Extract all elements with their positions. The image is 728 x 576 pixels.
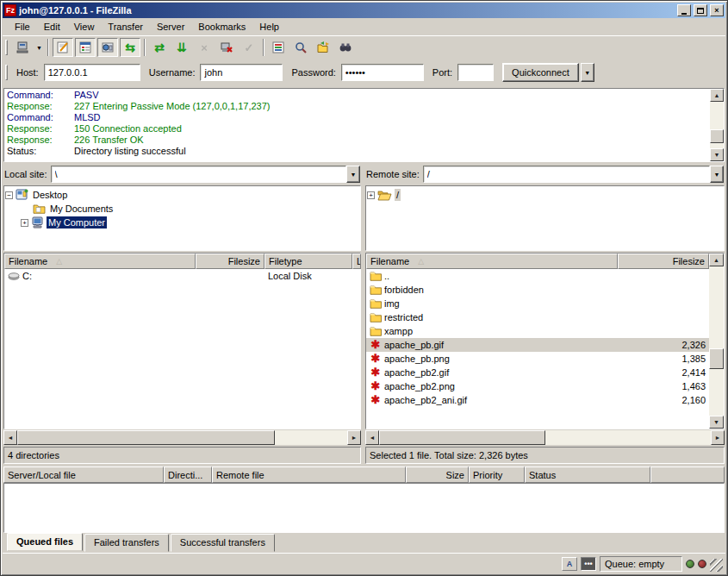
column-header-remote-file[interactable]: Remote file bbox=[212, 466, 406, 483]
remote-file-row[interactable]: restricted bbox=[366, 310, 709, 324]
tree-item-my-documents[interactable]: My Documents bbox=[5, 202, 359, 216]
remote-file-row[interactable]: img bbox=[366, 297, 709, 310]
resize-grip[interactable] bbox=[710, 559, 723, 572]
scroll-down-button[interactable]: ▼ bbox=[710, 148, 724, 161]
local-site-dropdown[interactable]: ▼ bbox=[346, 166, 360, 183]
column-header-filesize[interactable]: Filesize bbox=[196, 254, 264, 269]
toggle-message-log-button[interactable] bbox=[53, 38, 73, 57]
scroll-thumb[interactable] bbox=[709, 348, 724, 369]
column-header-filetype[interactable]: Filetype bbox=[264, 254, 352, 269]
remote-vertical-scrollbar[interactable]: ▲ ▼ bbox=[709, 254, 724, 429]
scroll-track[interactable] bbox=[379, 430, 711, 445]
column-header-priority[interactable]: Priority bbox=[469, 466, 525, 483]
tab-failed-transfers[interactable]: Failed transfers bbox=[84, 534, 169, 552]
filter-button[interactable] bbox=[268, 38, 289, 57]
tree-item-desktop[interactable]: − Desktop bbox=[5, 188, 359, 202]
directory-comparison-button[interactable] bbox=[290, 38, 311, 57]
menu-transfer[interactable]: Transfer bbox=[101, 19, 150, 34]
menu-server[interactable]: Server bbox=[150, 19, 191, 34]
remote-file-row-selected[interactable]: ✱apache_pb.gif 2,326 bbox=[366, 338, 709, 352]
remote-file-row[interactable]: forbidden bbox=[366, 283, 709, 297]
scroll-down-button[interactable]: ▼ bbox=[709, 416, 724, 429]
transfer-type-icon[interactable]: A bbox=[562, 557, 577, 571]
local-site-combo[interactable]: ▼ bbox=[51, 166, 360, 183]
remote-file-row[interactable]: ✱apache_pb.png 1,385 bbox=[366, 352, 709, 366]
remote-file-row[interactable]: ✱apache_pb2_ani.gif 2,160 bbox=[366, 393, 709, 407]
scroll-up-button[interactable]: ▲ bbox=[709, 254, 724, 266]
tab-successful-transfers[interactable]: Successful transfers bbox=[171, 534, 275, 552]
menu-help[interactable]: Help bbox=[252, 19, 286, 34]
scroll-left-button[interactable]: ◄ bbox=[365, 430, 379, 445]
scroll-up-button[interactable]: ▲ bbox=[710, 89, 724, 102]
quickconnect-grip[interactable] bbox=[5, 65, 8, 80]
scroll-right-button[interactable]: ► bbox=[347, 430, 361, 445]
menu-edit[interactable]: Edit bbox=[37, 19, 67, 34]
minimize-button[interactable] bbox=[677, 4, 691, 16]
remote-file-row[interactable]: ✱apache_pb2.png 1,463 bbox=[366, 379, 709, 393]
toolbar-grip[interactable] bbox=[5, 40, 8, 55]
toggle-remote-tree-button[interactable] bbox=[97, 38, 118, 57]
quickconnect-button[interactable]: Quickconnect bbox=[502, 63, 579, 82]
local-list-body[interactable]: C: Local Disk bbox=[4, 269, 360, 429]
scroll-right-button[interactable]: ► bbox=[711, 430, 725, 445]
queue-body[interactable] bbox=[3, 483, 725, 533]
remote-list-body[interactable]: .. forbidden img restricted bbox=[366, 269, 709, 429]
remote-tree[interactable]: + / bbox=[365, 185, 725, 251]
process-queue-button[interactable]: ⇊ bbox=[171, 38, 192, 57]
site-manager-button[interactable] bbox=[12, 38, 33, 57]
tab-queued-files[interactable]: Queued files bbox=[7, 533, 83, 551]
scroll-track[interactable] bbox=[709, 266, 724, 416]
maximize-button[interactable] bbox=[694, 4, 707, 16]
tree-item-my-computer[interactable]: + My Computer bbox=[5, 216, 359, 229]
column-header-server-local-file[interactable]: Server/Local file bbox=[3, 466, 164, 483]
toggle-local-tree-button[interactable] bbox=[75, 38, 96, 57]
expander-collapsed-icon[interactable]: + bbox=[21, 219, 28, 227]
scroll-left-button[interactable]: ◄ bbox=[3, 430, 17, 445]
local-site-input[interactable] bbox=[51, 166, 346, 183]
reconnect-button[interactable]: ✓ bbox=[239, 38, 259, 57]
local-horizontal-scrollbar[interactable]: ◄ ► bbox=[3, 430, 361, 445]
remote-file-row[interactable]: .. bbox=[366, 269, 709, 283]
menu-bookmarks[interactable]: Bookmarks bbox=[191, 19, 252, 34]
column-header-direction[interactable]: Directi... bbox=[164, 466, 212, 483]
site-manager-dropdown[interactable]: ▼ bbox=[34, 38, 45, 57]
column-header-last-modified[interactable]: L bbox=[352, 254, 361, 269]
title-bar[interactable]: Fz john@127.0.0.1 - FileZilla × bbox=[3, 3, 725, 18]
log-vertical-scrollbar[interactable]: ▲ ▼ bbox=[710, 89, 724, 161]
speed-limit-icon[interactable]: ••• bbox=[581, 557, 596, 571]
port-input[interactable] bbox=[457, 64, 494, 81]
menu-file[interactable]: File bbox=[8, 19, 37, 34]
menu-view[interactable]: View bbox=[67, 19, 102, 34]
cancel-operation-button[interactable]: × bbox=[194, 38, 215, 57]
remote-site-input[interactable] bbox=[423, 166, 710, 183]
remote-site-combo[interactable]: ▼ bbox=[423, 166, 724, 183]
scroll-thumb[interactable] bbox=[379, 430, 545, 445]
expander-collapsed-icon[interactable]: + bbox=[367, 191, 375, 199]
toggle-transfer-queue-button[interactable]: ⇆ bbox=[120, 38, 140, 57]
refresh-button[interactable]: ⇄ bbox=[149, 38, 170, 57]
scroll-track[interactable] bbox=[17, 430, 347, 445]
close-button[interactable]: × bbox=[710, 4, 724, 16]
username-input[interactable] bbox=[200, 64, 283, 81]
remote-horizontal-scrollbar[interactable]: ◄ ► bbox=[365, 430, 725, 445]
column-header-filename[interactable]: Filename △ bbox=[4, 254, 196, 269]
column-header-status[interactable]: Status bbox=[525, 466, 650, 483]
find-files-button[interactable] bbox=[335, 38, 356, 57]
scroll-track[interactable] bbox=[710, 102, 724, 148]
scroll-thumb[interactable] bbox=[710, 129, 724, 143]
message-log-lines[interactable]: Command:PASV Response:227 Entering Passi… bbox=[4, 89, 710, 161]
local-tree[interactable]: − Desktop My Documents + bbox=[3, 185, 361, 251]
remote-file-row[interactable]: ✱apache_pb2.gif 2,414 bbox=[366, 366, 709, 379]
password-input[interactable] bbox=[341, 64, 424, 81]
quickconnect-dropdown[interactable]: ▼ bbox=[581, 63, 594, 82]
local-file-row[interactable]: C: Local Disk bbox=[4, 269, 360, 283]
synchronized-browsing-button[interactable] bbox=[313, 38, 333, 57]
column-header-filename[interactable]: Filename △ bbox=[366, 254, 618, 269]
remote-file-row[interactable]: xampp bbox=[366, 324, 709, 338]
scroll-thumb[interactable] bbox=[17, 430, 275, 445]
column-header-filesize[interactable]: Filesize bbox=[618, 254, 709, 269]
host-input[interactable] bbox=[44, 64, 140, 81]
disconnect-button[interactable] bbox=[216, 38, 237, 57]
column-header-size[interactable]: Size bbox=[406, 466, 469, 483]
expander-expanded-icon[interactable]: − bbox=[5, 191, 13, 199]
